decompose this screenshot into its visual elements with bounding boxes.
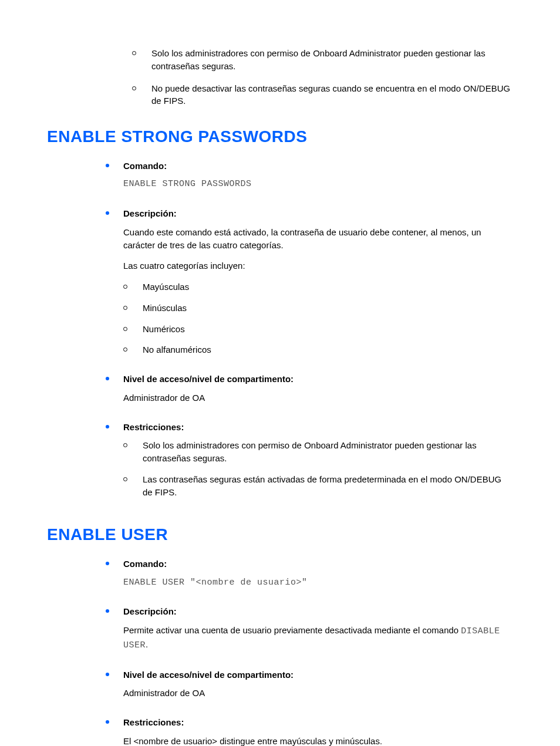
list-item: No alfanuméricos bbox=[123, 343, 513, 356]
list-item-text: No puede desactivar las contraseñas segu… bbox=[151, 82, 513, 108]
field-label: Descripción: bbox=[123, 605, 513, 618]
field-restricciones: Restricciones: El <nombre de usuario> di… bbox=[106, 716, 513, 746]
field-label: Comando: bbox=[123, 558, 513, 571]
field-comando: Comando: ENABLE USER "<nombre de usuario… bbox=[106, 558, 513, 598]
field-descripcion: Descripción: Permite activar una cuenta … bbox=[106, 605, 513, 660]
disc-bullet-icon bbox=[106, 673, 109, 676]
description-text: Cuando este comando está activado, la co… bbox=[123, 226, 513, 252]
field-label: Descripción: bbox=[123, 207, 513, 220]
field-label: Nivel de acceso/nivel de compartimento: bbox=[123, 373, 513, 386]
ring-bullet-icon bbox=[123, 327, 127, 331]
list-item-text: Mayúsculas bbox=[143, 281, 513, 293]
nivel-text: Administrador de OA bbox=[123, 687, 513, 700]
list-item-text: Solo los administradores con permiso de … bbox=[143, 439, 513, 465]
ring-bullet-icon bbox=[132, 51, 136, 55]
list-item-text: Minúsculas bbox=[143, 302, 513, 315]
previous-restrictions-list: Solo los administradores con permiso de … bbox=[132, 47, 513, 107]
field-nivel: Nivel de acceso/nivel de compartimento: … bbox=[106, 373, 513, 413]
disc-bullet-icon bbox=[106, 562, 109, 565]
ring-bullet-icon bbox=[123, 477, 127, 481]
list-item: Mayúsculas bbox=[123, 281, 513, 293]
disc-bullet-icon bbox=[106, 164, 109, 167]
ring-bullet-icon bbox=[123, 443, 127, 447]
field-nivel: Nivel de acceso/nivel de compartimento: … bbox=[106, 669, 513, 708]
list-item: No puede desactivar las contraseñas segu… bbox=[132, 82, 513, 108]
description-text: Permite activar una cuenta de usuario pr… bbox=[123, 624, 513, 652]
disc-bullet-icon bbox=[106, 425, 109, 428]
field-label: Comando: bbox=[123, 160, 513, 173]
list-item-text: No alfanuméricos bbox=[143, 343, 513, 356]
command-text: ENABLE STRONG PASSWORDS bbox=[123, 178, 513, 191]
command-text: ENABLE USER "<nombre de usuario>" bbox=[123, 576, 513, 589]
list-item: Numéricos bbox=[123, 323, 513, 336]
restrictions-list: Solo los administradores con permiso de … bbox=[123, 439, 513, 498]
list-item: Minúsculas bbox=[123, 302, 513, 315]
restriction-text: El <nombre de usuario> distingue entre m… bbox=[123, 735, 513, 746]
ring-bullet-icon bbox=[123, 347, 127, 352]
nivel-text: Administrador de OA bbox=[123, 391, 513, 404]
list-item-text: Solo los administradores con permiso de … bbox=[151, 47, 513, 73]
field-descripcion: Descripción: Cuando este comando está ac… bbox=[106, 207, 513, 364]
ring-bullet-icon bbox=[123, 285, 127, 289]
desc-post: . bbox=[146, 639, 148, 649]
section-body: Comando: ENABLE USER "<nombre de usuario… bbox=[106, 558, 513, 746]
ring-bullet-icon bbox=[123, 306, 127, 310]
field-label: Restricciones: bbox=[123, 421, 513, 434]
list-item: Solo los administradores con permiso de … bbox=[123, 439, 513, 465]
section-heading-enable-user: ENABLE USER bbox=[47, 523, 513, 547]
ring-bullet-icon bbox=[132, 86, 136, 90]
field-comando: Comando: ENABLE STRONG PASSWORDS bbox=[106, 160, 513, 200]
list-item-text: Numéricos bbox=[143, 323, 513, 336]
disc-bullet-icon bbox=[106, 377, 109, 380]
disc-bullet-icon bbox=[106, 211, 109, 215]
section-heading-enable-strong-passwords: ENABLE STRONG PASSWORDS bbox=[47, 125, 513, 149]
list-item: Las contraseñas seguras están activadas … bbox=[123, 473, 513, 499]
section-body: Comando: ENABLE STRONG PASSWORDS Descrip… bbox=[106, 160, 513, 507]
disc-bullet-icon bbox=[106, 720, 109, 724]
list-item: Solo los administradores con permiso de … bbox=[132, 47, 513, 73]
categories-list: Mayúsculas Minúsculas Numéricos No alfan… bbox=[123, 281, 513, 356]
list-item-text: Las contraseñas seguras están activadas … bbox=[143, 473, 513, 499]
disc-bullet-icon bbox=[106, 609, 109, 613]
field-label: Nivel de acceso/nivel de compartimento: bbox=[123, 669, 513, 681]
field-restricciones: Restricciones: Solo los administradores … bbox=[106, 421, 513, 507]
description-text: Las cuatro categorías incluyen: bbox=[123, 259, 513, 272]
field-label: Restricciones: bbox=[123, 716, 513, 729]
desc-pre: Permite activar una cuenta de usuario pr… bbox=[123, 625, 461, 635]
